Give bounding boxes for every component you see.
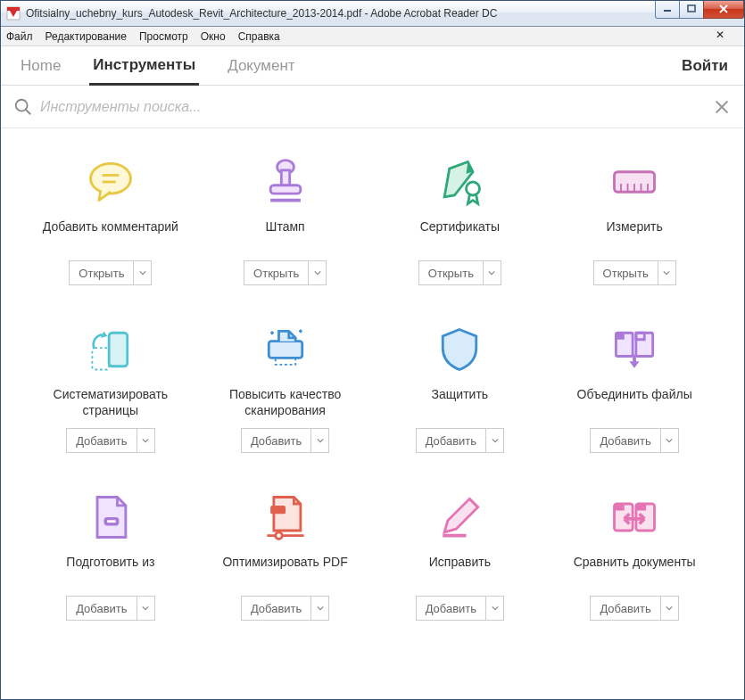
nav-tabs: Home Инструменты Документ Войти bbox=[1, 46, 744, 86]
certificate-icon bbox=[431, 153, 488, 210]
card-title: Защитить bbox=[432, 387, 489, 419]
card-action-button[interactable]: Открыть bbox=[418, 260, 501, 285]
card-certs: Сертификаты Открыть bbox=[377, 153, 543, 285]
tab-home[interactable]: Home bbox=[17, 46, 64, 85]
chevron-down-icon[interactable] bbox=[660, 429, 678, 452]
card-fix: Исправить Добавить bbox=[377, 489, 543, 621]
card-action-button[interactable]: Открыть bbox=[593, 260, 676, 285]
organize-pages-icon bbox=[82, 321, 139, 378]
svg-rect-35 bbox=[615, 504, 625, 511]
chevron-down-icon[interactable] bbox=[308, 261, 326, 284]
optimize-pdf-icon bbox=[257, 489, 314, 546]
card-stamp: Штамп Открыть bbox=[203, 153, 368, 285]
card-action-button[interactable]: Добавить bbox=[241, 428, 329, 453]
card-title: Повысить качество сканирования bbox=[203, 387, 368, 419]
card-title: Подготовить из bbox=[66, 555, 154, 587]
app-icon bbox=[6, 6, 21, 21]
card-action-button[interactable]: Добавить bbox=[66, 596, 154, 621]
tab-tools[interactable]: Инструменты bbox=[89, 46, 199, 86]
searchbar bbox=[1, 86, 744, 128]
card-title: Сравнить документы bbox=[574, 555, 696, 587]
card-title: Штамп bbox=[266, 219, 305, 251]
close-button[interactable] bbox=[703, 1, 744, 19]
card-compare: Сравнить документы Добавить bbox=[551, 489, 717, 621]
card-protect: Защитить Добавить bbox=[377, 321, 543, 453]
edit-icon bbox=[431, 489, 488, 546]
card-title: Систематизировать страницы bbox=[28, 387, 194, 419]
card-prepare: Подготовить из Добавить bbox=[28, 489, 194, 621]
svg-rect-10 bbox=[281, 170, 289, 185]
window-title: Ofitsialny_uchebny_kurs_Autodesk_Revit_A… bbox=[26, 7, 656, 20]
clear-search-icon[interactable] bbox=[712, 97, 732, 117]
chevron-down-icon[interactable] bbox=[310, 597, 328, 620]
card-action-button[interactable]: Добавить bbox=[416, 428, 504, 453]
menu-help[interactable]: Справка bbox=[238, 30, 280, 43]
menu-window[interactable]: Окно bbox=[201, 30, 226, 43]
maximize-button[interactable] bbox=[679, 1, 704, 19]
svg-rect-3 bbox=[688, 5, 695, 12]
chevron-down-icon[interactable] bbox=[137, 429, 154, 452]
svg-line-5 bbox=[26, 109, 31, 114]
enhance-scan-icon bbox=[257, 321, 314, 378]
card-optimize: Оптимизировать PDF Добавить bbox=[203, 489, 368, 621]
login-link[interactable]: Войти bbox=[682, 46, 728, 85]
chevron-down-icon[interactable] bbox=[310, 429, 328, 452]
document-close-icon[interactable]: ✕ bbox=[716, 29, 724, 41]
menu-edit[interactable]: Редактирование bbox=[46, 30, 127, 43]
svg-rect-22 bbox=[269, 342, 302, 358]
menubar: Файл Редактирование Просмотр Окно Справк… bbox=[1, 27, 744, 46]
window-controls bbox=[656, 1, 744, 19]
card-action-button[interactable]: Добавить bbox=[66, 428, 154, 453]
stamp-icon bbox=[257, 153, 314, 210]
chevron-down-icon[interactable] bbox=[485, 429, 503, 452]
menu-view[interactable]: Просмотр bbox=[139, 30, 188, 43]
svg-point-4 bbox=[16, 99, 28, 111]
svg-point-13 bbox=[467, 182, 480, 195]
chevron-down-icon[interactable] bbox=[137, 597, 154, 620]
tools-grid[interactable]: Добавить комментарий Открыть Штамп Откры… bbox=[1, 128, 744, 699]
content-wrap: Добавить комментарий Открыть Штамп Откры… bbox=[1, 128, 744, 699]
svg-rect-25 bbox=[617, 333, 625, 340]
chevron-down-icon[interactable] bbox=[483, 261, 501, 284]
card-action-button[interactable]: Добавить bbox=[241, 596, 329, 621]
card-title: Сертификаты bbox=[420, 219, 500, 251]
svg-rect-20 bbox=[109, 333, 128, 366]
card-title: Измерить bbox=[607, 219, 663, 251]
svg-rect-1 bbox=[7, 7, 20, 11]
chevron-down-icon[interactable] bbox=[660, 597, 678, 620]
chevron-down-icon[interactable] bbox=[133, 261, 151, 284]
combine-files-icon bbox=[606, 321, 663, 378]
titlebar[interactable]: Ofitsialny_uchebny_kurs_Autodesk_Revit_A… bbox=[1, 1, 744, 27]
card-title: Оптимизировать PDF bbox=[222, 555, 347, 587]
prepare-form-icon bbox=[82, 489, 139, 546]
card-combine: Объединить файлы Добавить bbox=[551, 321, 717, 453]
card-title: Исправить bbox=[429, 555, 491, 587]
tab-document[interactable]: Документ bbox=[224, 46, 298, 85]
card-action-button[interactable]: Открыть bbox=[69, 260, 152, 285]
card-comment: Добавить комментарий Открыть bbox=[28, 153, 194, 285]
card-action-button[interactable]: Добавить bbox=[590, 596, 678, 621]
search-icon bbox=[13, 97, 33, 117]
card-action-button[interactable]: Добавить bbox=[590, 428, 678, 453]
svg-point-6 bbox=[90, 163, 130, 194]
ruler-icon bbox=[606, 153, 663, 210]
card-title: Добавить комментарий bbox=[43, 219, 178, 251]
card-action-button[interactable]: Открыть bbox=[244, 260, 327, 285]
card-organize: Систематизировать страницы Добавить bbox=[28, 321, 194, 453]
chevron-down-icon[interactable] bbox=[485, 597, 503, 620]
svg-rect-2 bbox=[664, 10, 671, 12]
comment-icon bbox=[82, 153, 139, 210]
card-title: Объединить файлы bbox=[577, 387, 692, 419]
svg-point-30 bbox=[275, 532, 282, 539]
card-enhance: Повысить качество сканирования Добавить bbox=[203, 321, 368, 453]
compare-icon bbox=[606, 489, 663, 546]
svg-rect-11 bbox=[270, 185, 301, 194]
card-measure: Измерить Открыть bbox=[551, 153, 717, 285]
menu-file[interactable]: Файл bbox=[6, 30, 33, 43]
card-action-button[interactable]: Добавить bbox=[416, 596, 504, 621]
minimize-button[interactable] bbox=[655, 1, 680, 19]
svg-rect-37 bbox=[636, 504, 646, 511]
search-input[interactable] bbox=[40, 99, 712, 115]
chevron-down-icon[interactable] bbox=[658, 261, 675, 284]
svg-rect-21 bbox=[92, 348, 109, 369]
